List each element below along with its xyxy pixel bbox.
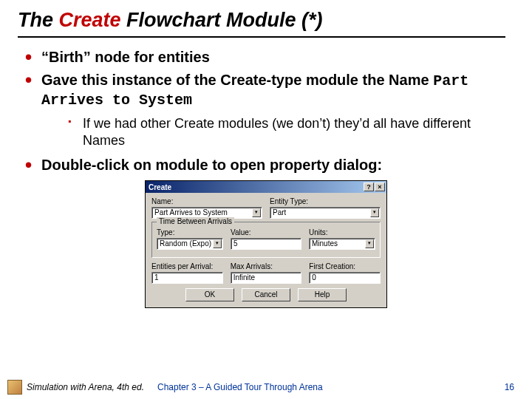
- max-value: Infinite: [233, 273, 255, 283]
- label-type: Type:: [157, 228, 223, 236]
- dialog-button-row: OK Cancel Help: [151, 288, 381, 301]
- footer-mid: Chapter 3 – A Guided Tour Through Arena: [157, 382, 505, 392]
- help-button[interactable]: Help: [298, 288, 347, 301]
- label-max: Max Arrivals:: [231, 262, 302, 270]
- sub-list: If we had other Create modules (we don’t…: [41, 115, 514, 149]
- slide-footer: Simulation with Arena, 4th ed. Chapter 3…: [0, 380, 532, 395]
- units-field[interactable]: Minutes ▾: [309, 238, 375, 250]
- title-post: Flowchart Module (*): [121, 9, 323, 31]
- units-value: Minutes: [312, 239, 338, 249]
- name-value: Part Arrives to System: [154, 208, 228, 218]
- bullet-3-text: Double-click on module to open property …: [41, 157, 382, 173]
- epa-value: 1: [154, 273, 159, 283]
- title-red: Create: [59, 9, 121, 31]
- bullet-2-text: Gave this instance of the Create-type mo…: [41, 72, 433, 88]
- dialog-titlebar[interactable]: Create ? ×: [146, 181, 386, 193]
- chevron-down-icon[interactable]: ▾: [213, 239, 222, 248]
- entity-type-value: Part: [273, 208, 286, 218]
- type-field[interactable]: Random (Expo) ▾: [157, 238, 223, 250]
- sub-bullet-1: If we had other Create modules (we don’t…: [68, 115, 514, 149]
- create-dialog: Create ? × Name: Part Arrives to System …: [145, 180, 387, 308]
- bullet-list: “Birth” node for entities Gave this inst…: [18, 48, 514, 174]
- footer-page: 16: [505, 382, 514, 392]
- entity-type-field[interactable]: Part ▾: [270, 207, 381, 219]
- bullet-2: Gave this instance of the Create-type mo…: [21, 71, 514, 149]
- label-entity-type: Entity Type:: [270, 197, 381, 205]
- tba-legend: Time Between Arrivals: [157, 217, 234, 225]
- max-field[interactable]: Infinite: [231, 272, 302, 284]
- label-value: Value:: [231, 228, 301, 236]
- label-epa: Entities per Arrival:: [151, 262, 223, 270]
- label-units: Units:: [309, 228, 375, 236]
- title-divider: [18, 36, 505, 38]
- bullet-1: “Birth” node for entities: [21, 48, 514, 66]
- label-name: Name:: [151, 197, 262, 205]
- bullet-3: Double-click on module to open property …: [21, 156, 514, 174]
- page-title: The Create Flowchart Module (*): [18, 9, 514, 32]
- bullet-1-text: “Birth” node for entities: [41, 49, 210, 65]
- sub-bullet-1-text: If we had other Create modules (we don’t…: [83, 116, 471, 148]
- value-value: 5: [233, 239, 238, 249]
- book-icon: [7, 380, 22, 395]
- tba-group: Time Between Arrivals Type: Random (Expo…: [151, 222, 381, 258]
- footer-left: Simulation with Arena, 4th ed.: [27, 382, 144, 392]
- dialog-title: Create: [149, 183, 171, 191]
- chevron-down-icon[interactable]: ▾: [252, 208, 261, 217]
- value-field[interactable]: 5: [231, 238, 301, 250]
- title-pre: The: [18, 9, 59, 31]
- close-icon[interactable]: ×: [375, 183, 385, 191]
- dialog-body: Name: Part Arrives to System ▾ Entity Ty…: [146, 193, 386, 307]
- epa-field[interactable]: 1: [151, 272, 223, 284]
- ok-button[interactable]: OK: [185, 288, 234, 301]
- chevron-down-icon[interactable]: ▾: [370, 208, 379, 217]
- first-value: 0: [312, 273, 316, 283]
- cancel-button[interactable]: Cancel: [242, 288, 290, 301]
- chevron-down-icon[interactable]: ▾: [365, 239, 374, 248]
- type-value: Random (Expo): [160, 239, 211, 249]
- help-icon[interactable]: ?: [364, 183, 374, 191]
- first-field[interactable]: 0: [309, 272, 381, 284]
- label-first: First Creation:: [309, 262, 381, 270]
